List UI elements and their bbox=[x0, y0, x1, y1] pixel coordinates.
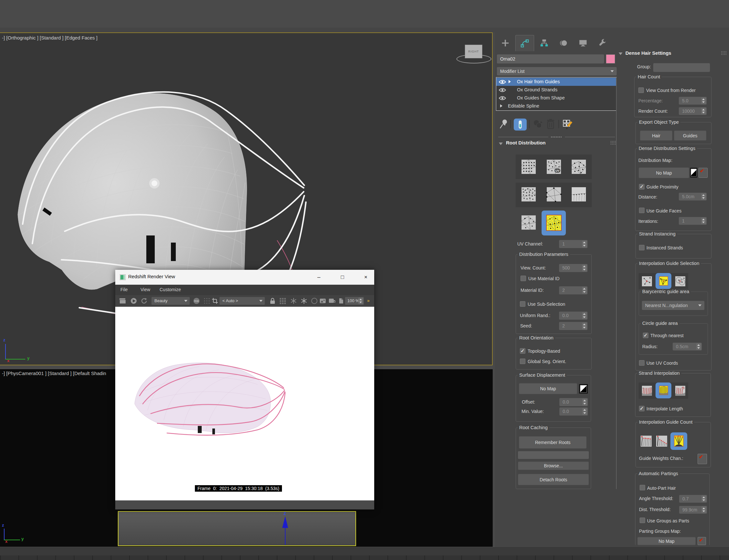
group-field[interactable] bbox=[653, 63, 710, 72]
dist-threshold-field[interactable]: 99.9cm bbox=[679, 506, 707, 514]
offset-spinner[interactable] bbox=[582, 399, 587, 406]
instanced-strands-checkbox[interactable] bbox=[639, 245, 644, 250]
iterations-field[interactable]: 1 bbox=[679, 217, 707, 225]
guide-selection-nearest-icon[interactable] bbox=[642, 276, 652, 287]
surface-displacement-no-map-button[interactable]: No Map bbox=[519, 383, 577, 394]
distribution-no-map-button[interactable]: No Map bbox=[639, 167, 689, 178]
distribution-uniform-icon[interactable] bbox=[520, 159, 537, 175]
menu-customize[interactable]: Customize bbox=[160, 287, 181, 292]
uniform-rand-field[interactable]: 0.0 bbox=[559, 312, 587, 320]
start-ipr-icon[interactable] bbox=[130, 297, 137, 304]
use-uv-coords-checkbox[interactable] bbox=[639, 360, 644, 366]
angle-threshold-field[interactable]: 0.7 bbox=[679, 495, 707, 503]
remember-roots-button[interactable]: Remember Roots bbox=[519, 436, 587, 449]
rollout-splitter-dots[interactable] bbox=[551, 136, 562, 138]
distribution-map-enable-toggle[interactable] bbox=[699, 168, 708, 178]
parting-groups-no-map-button[interactable]: No Map bbox=[637, 537, 696, 545]
iterations-spinner[interactable] bbox=[701, 218, 706, 224]
use-uv-coords-label[interactable]: Use UV Coords bbox=[646, 360, 678, 366]
redshift-render-view-window[interactable]: Redshift Render View – □ × File View Cus… bbox=[115, 270, 374, 509]
dense-hair-settings-title[interactable]: Dense Hair Settings bbox=[625, 50, 671, 56]
guide-selection-barycentric-icon-selected[interactable] bbox=[659, 276, 668, 286]
through-nearest-label[interactable]: Through nearest bbox=[650, 333, 684, 338]
distance-field[interactable]: 5.0cm bbox=[679, 193, 707, 200]
render-pass-dropdown[interactable]: Beauty bbox=[152, 297, 190, 305]
tab-motion[interactable] bbox=[554, 35, 573, 51]
angle-threshold-spinner[interactable] bbox=[701, 496, 706, 502]
topology-based-checkbox[interactable] bbox=[520, 348, 525, 354]
guide-count-many-icon-selected[interactable] bbox=[674, 435, 684, 447]
make-unique-icon[interactable] bbox=[532, 119, 543, 130]
use-sub-selection-checkbox[interactable] bbox=[520, 301, 525, 307]
render-canvas[interactable]: Frame 0: 2021-04-29 15:30:18 (3.53s) bbox=[115, 307, 374, 500]
use-material-id-label[interactable]: Use Material ID bbox=[528, 276, 559, 281]
modifier-stack[interactable]: Ox Hair from Guides Ox Ground Strands Ox… bbox=[496, 77, 618, 111]
freeze-render-icon[interactable] bbox=[301, 297, 308, 304]
tab-display[interactable] bbox=[574, 35, 592, 51]
interpolate-length-checkbox[interactable] bbox=[639, 406, 644, 411]
use-material-id-checkbox[interactable] bbox=[520, 276, 526, 281]
snapshot-image-icon[interactable] bbox=[319, 297, 326, 304]
strand-interp-curl-icon[interactable] bbox=[675, 385, 686, 396]
object-color-swatch[interactable] bbox=[606, 54, 615, 63]
guide-weights-channel-toggle[interactable] bbox=[698, 454, 707, 464]
configure-modifier-sets-icon[interactable] bbox=[562, 119, 573, 130]
object-name-field[interactable]: Orna02 bbox=[497, 54, 604, 63]
zoom-spinner[interactable] bbox=[359, 298, 363, 304]
export-guides-button[interactable]: Guides bbox=[674, 131, 706, 141]
offset-field[interactable]: 0.0 bbox=[559, 398, 588, 406]
distribution-vertex-icon[interactable] bbox=[546, 186, 562, 202]
guide-proximity-checkbox[interactable] bbox=[639, 184, 644, 189]
use-groups-as-parts-checkbox[interactable] bbox=[640, 518, 645, 523]
detach-roots-button[interactable]: Detach Roots bbox=[518, 474, 589, 485]
uv-channel-spinner[interactable] bbox=[582, 241, 587, 247]
viewport-label[interactable]: -] [PhysCamera001 ] [Standard ] [Default… bbox=[2, 371, 106, 376]
min-value-field[interactable]: 0.0 bbox=[559, 407, 588, 416]
eye-icon[interactable] bbox=[499, 80, 506, 84]
menu-file[interactable]: File bbox=[120, 287, 128, 292]
tab-create[interactable] bbox=[496, 35, 515, 51]
snapshot-dropdown[interactable]: < Auto > bbox=[220, 297, 265, 305]
distribution-map-swatch[interactable] bbox=[690, 168, 697, 177]
distance-spinner[interactable] bbox=[701, 193, 706, 200]
remove-modifier-trash-icon[interactable] bbox=[546, 119, 555, 130]
distribution-dense-icon[interactable] bbox=[520, 186, 537, 202]
radius-field[interactable]: 0.5cm bbox=[673, 343, 702, 350]
render-count-spinner[interactable] bbox=[701, 108, 706, 114]
distribution-face-area-icon-selected[interactable] bbox=[546, 214, 562, 231]
render-icon[interactable] bbox=[119, 297, 126, 304]
view-count-field[interactable]: 500 bbox=[559, 264, 587, 272]
auto-part-hair-label[interactable]: Auto-Part Hair bbox=[647, 486, 676, 491]
guide-count-falloff-icon[interactable] bbox=[656, 435, 667, 447]
guide-proximity-label[interactable]: Guide Proximity bbox=[646, 184, 678, 189]
expand-arrow-icon[interactable] bbox=[508, 80, 511, 83]
instanced-strands-label[interactable]: Instanced Strands bbox=[646, 245, 683, 250]
viewcube[interactable]: RIGHT bbox=[465, 45, 482, 58]
barycentric-mode-dropdown[interactable]: Nearest N...ngulation bbox=[642, 301, 704, 310]
use-guide-faces-checkbox[interactable] bbox=[639, 208, 644, 213]
guide-selection-circle-icon[interactable] bbox=[675, 276, 686, 287]
global-seg-orient-checkbox[interactable] bbox=[520, 359, 525, 364]
distribution-uv-icon[interactable]: UV bbox=[546, 159, 562, 175]
crop-region-icon[interactable] bbox=[211, 297, 219, 304]
rollout-title-root-distribution[interactable]: Root Distribution bbox=[506, 140, 545, 145]
track-bar[interactable] bbox=[0, 547, 729, 560]
copy-frame-icon[interactable] bbox=[337, 297, 345, 304]
stack-item-ox-ground-strands[interactable]: Ox Ground Strands bbox=[496, 86, 618, 94]
refresh-icon[interactable] bbox=[141, 297, 148, 304]
zoom-level-field[interactable]: 100 % bbox=[345, 297, 364, 305]
topology-based-label[interactable]: Topology-Based bbox=[528, 349, 560, 354]
distribution-random-face-icon[interactable] bbox=[571, 159, 587, 175]
expand-arrow-icon[interactable] bbox=[500, 104, 502, 108]
uniform-rand-spinner[interactable] bbox=[582, 312, 587, 319]
stack-item-ox-guides-from-shape[interactable]: Ox Guides from Shape bbox=[496, 94, 618, 102]
use-sub-selection-label[interactable]: Use Sub-Selection bbox=[528, 302, 565, 307]
add-snapshot-icon[interactable] bbox=[328, 297, 336, 304]
lock-icon[interactable] bbox=[269, 297, 276, 304]
interpolate-length-label[interactable]: Interpolate Length bbox=[646, 406, 683, 411]
tab-hierarchy[interactable] bbox=[535, 35, 553, 51]
rollout-collapse-arrow[interactable] bbox=[619, 52, 622, 55]
dist-threshold-spinner[interactable] bbox=[701, 507, 706, 513]
strand-interp-bend-icon[interactable] bbox=[642, 385, 652, 396]
through-nearest-checkbox[interactable] bbox=[643, 333, 648, 338]
